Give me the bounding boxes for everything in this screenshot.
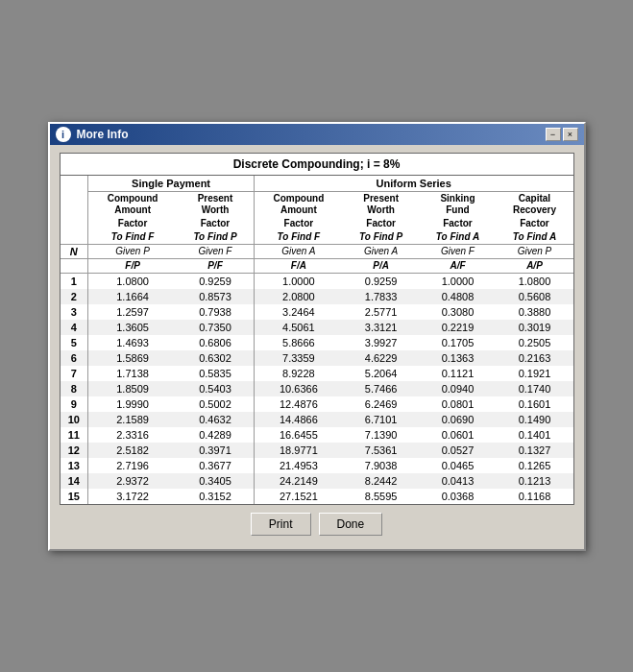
af-cell: 0.3080 xyxy=(419,304,496,320)
pf-cell: 0.3971 xyxy=(177,443,254,458)
fa-cell: 7.3359 xyxy=(254,350,342,366)
pa-cell: 3.3121 xyxy=(343,320,420,335)
title-bar-buttons: − × xyxy=(546,128,578,141)
fp-cell: 2.1589 xyxy=(88,412,177,427)
fp-cell: 2.3316 xyxy=(88,427,177,443)
pa-cell: 8.5595 xyxy=(343,489,420,504)
pa-header1: PresentWorth xyxy=(343,191,420,217)
fa-formula: F/A xyxy=(254,258,342,273)
pf-given: Given F xyxy=(177,244,254,258)
fa-cell: 12.4876 xyxy=(254,396,342,412)
close-button[interactable]: × xyxy=(563,128,578,141)
title-bar-left: i More Info xyxy=(56,127,129,142)
fa-cell: 16.6455 xyxy=(254,427,342,443)
ap-cell: 0.1490 xyxy=(496,412,572,427)
n-formula xyxy=(61,258,88,273)
ap-factor: Factor xyxy=(496,217,572,230)
fa-cell: 2.0800 xyxy=(254,289,342,304)
n-cell: 10 xyxy=(61,412,88,427)
n-cell: 1 xyxy=(61,273,88,289)
pf-factor: Factor xyxy=(177,217,254,230)
pa-formula: P/A xyxy=(343,258,420,273)
compound-interest-table: Discrete Compounding; i = 8% Single Paym… xyxy=(61,154,573,504)
ap-cell: 0.1168 xyxy=(496,489,572,504)
fp-cell: 3.1722 xyxy=(88,489,177,504)
table-row: 132.71960.367721.49537.90380.04650.1265 xyxy=(61,458,573,473)
fp-given: Given P xyxy=(88,244,177,258)
table-row: 91.99900.500212.48766.24690.08010.1601 xyxy=(61,396,573,412)
af-cell: 0.1363 xyxy=(419,350,496,366)
fp-cell: 2.7196 xyxy=(88,458,177,473)
ap-cell: 0.5608 xyxy=(496,289,572,304)
pa-cell: 7.1390 xyxy=(343,427,420,443)
n-cell: 9 xyxy=(61,396,88,412)
table-row: 81.85090.540310.63665.74660.09400.1740 xyxy=(61,381,573,396)
fa-given: Given A xyxy=(254,244,342,258)
fa-cell: 21.4953 xyxy=(254,458,342,473)
print-button[interactable]: Print xyxy=(251,513,311,536)
main-window: i More Info − × Discrete Compounding; i … xyxy=(48,122,586,551)
done-button[interactable]: Done xyxy=(319,513,383,536)
pf-cell: 0.9259 xyxy=(177,273,254,289)
af-given: Given F xyxy=(419,244,496,258)
table-row: 51.46930.68065.86663.99270.17050.2505 xyxy=(61,335,573,350)
n-cell: 2 xyxy=(61,289,88,304)
af-header1: SinkingFund xyxy=(419,191,496,217)
fp-cell: 1.0800 xyxy=(88,273,177,289)
pf-cell: 0.4289 xyxy=(177,427,254,443)
pa-cell: 7.9038 xyxy=(343,458,420,473)
pa-cell: 5.2064 xyxy=(343,366,420,381)
fp-cell: 2.5182 xyxy=(88,443,177,458)
fa-cell: 4.5061 xyxy=(254,320,342,335)
buttons-row: Print Done xyxy=(60,505,574,540)
title-bar: i More Info − × xyxy=(50,124,584,145)
pf-cell: 0.7938 xyxy=(177,304,254,320)
ap-cell: 1.0800 xyxy=(496,273,572,289)
ap-cell: 0.2163 xyxy=(496,350,572,366)
fp-cell: 1.4693 xyxy=(88,335,177,350)
ap-header1: CapitalRecovery xyxy=(496,191,572,217)
table-body: 11.08000.92591.00000.92591.00001.080021.… xyxy=(61,273,573,504)
table-row: 31.25970.79383.24642.57710.30800.3880 xyxy=(61,304,573,320)
n-cell: 8 xyxy=(61,381,88,396)
af-cell: 0.2219 xyxy=(419,320,496,335)
table-row: 112.33160.428916.64557.13900.06010.1401 xyxy=(61,427,573,443)
fp-cell: 1.8509 xyxy=(88,381,177,396)
pf-header1: PresentWorth xyxy=(177,191,254,217)
ap-cell: 0.3880 xyxy=(496,304,572,320)
n-cell: 15 xyxy=(61,489,88,504)
fp-cell: 1.1664 xyxy=(88,289,177,304)
minimize-button[interactable]: − xyxy=(546,128,561,141)
table-row: 21.16640.85732.08001.78330.48080.5608 xyxy=(61,289,573,304)
table-row: 102.15890.463214.48666.71010.06900.1490 xyxy=(61,412,573,427)
pa-cell: 1.7833 xyxy=(343,289,420,304)
ap-cell: 0.1601 xyxy=(496,396,572,412)
pf-tofind: To Find P xyxy=(177,230,254,245)
n-cell: 3 xyxy=(61,304,88,320)
fp-factor: Factor xyxy=(88,217,177,230)
table-row: 142.93720.340524.21498.24420.04130.1213 xyxy=(61,473,573,489)
ap-given: Given P xyxy=(496,244,572,258)
table-row: 11.08000.92591.00000.92591.00001.0800 xyxy=(61,273,573,289)
n-cell: 12 xyxy=(61,443,88,458)
pf-cell: 0.3152 xyxy=(177,489,254,504)
table-row: 71.71380.58358.92285.20640.11210.1921 xyxy=(61,366,573,381)
pa-cell: 5.7466 xyxy=(343,381,420,396)
pa-cell: 6.2469 xyxy=(343,396,420,412)
content-area: Discrete Compounding; i = 8% Single Paym… xyxy=(50,145,584,549)
fp-cell: 1.9990 xyxy=(88,396,177,412)
ap-cell: 0.1921 xyxy=(496,366,572,381)
fa-cell: 3.2464 xyxy=(254,304,342,320)
ap-cell: 0.1265 xyxy=(496,458,572,473)
uniform-series-header: Uniform Series xyxy=(254,175,572,191)
pa-cell: 7.5361 xyxy=(343,443,420,458)
n-cell: 13 xyxy=(61,458,88,473)
af-cell: 0.0413 xyxy=(419,473,496,489)
info-icon: i xyxy=(56,127,71,142)
af-cell: 0.1121 xyxy=(419,366,496,381)
pf-cell: 0.3405 xyxy=(177,473,254,489)
af-cell: 0.0801 xyxy=(419,396,496,412)
fa-cell: 18.9771 xyxy=(254,443,342,458)
fa-cell: 1.0000 xyxy=(254,273,342,289)
pa-cell: 3.9927 xyxy=(343,335,420,350)
